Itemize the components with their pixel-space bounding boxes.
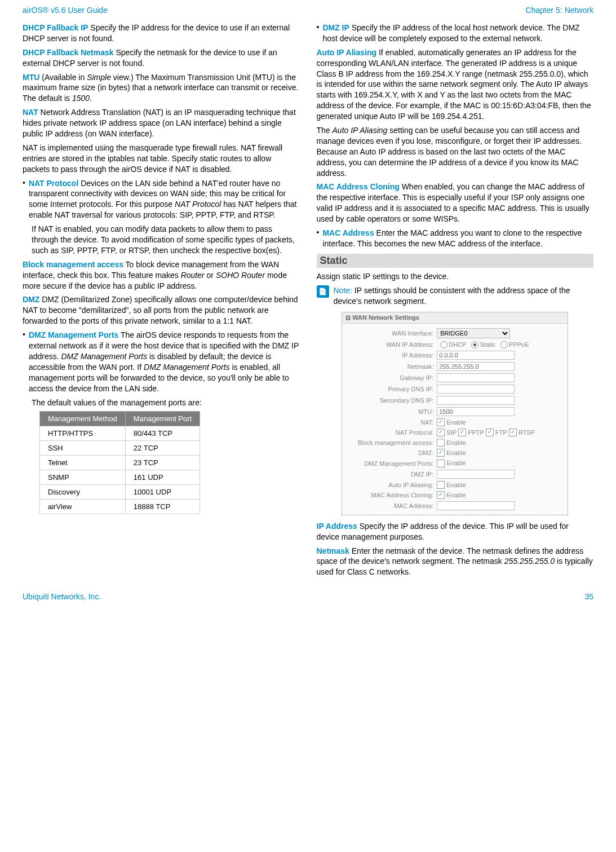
panel-title: WAN Network Settings <box>342 312 568 324</box>
block-mgmt-checkbox[interactable] <box>437 439 445 447</box>
table-row: airView18888 TCP <box>40 500 200 514</box>
table-row: Telnet23 TCP <box>40 456 200 470</box>
nat-note: If NAT is enabled, you can modify data p… <box>32 224 300 256</box>
table-row: SSH22 TCP <box>40 441 200 456</box>
pptp-checkbox[interactable] <box>458 429 466 436</box>
table-row: Discovery10001 UDP <box>40 485 200 500</box>
netmask-input[interactable] <box>437 362 515 371</box>
nat-paragraph-1: NAT Network Address Translation (NAT) is… <box>23 107 300 139</box>
gateway-input[interactable] <box>437 373 515 382</box>
ip-address-paragraph: IP Address Specify the IP address of the… <box>317 521 594 542</box>
wan-interface-select[interactable]: BRIDGE0 <box>437 328 510 338</box>
secondary-dns-input[interactable] <box>437 396 515 405</box>
table-row: SNMP161 UDP <box>40 470 200 485</box>
dmz-mgmt-ports-bullet: • DMZ Management Ports The airOS device … <box>23 330 300 394</box>
footer-right: 35 <box>584 592 593 601</box>
footer-left: Ubiquiti Networks, Inc. <box>23 592 101 601</box>
table-header-port: Management Port <box>125 412 200 426</box>
note-block: 📄 Note: IP settings should be consistent… <box>317 285 594 307</box>
mtu-paragraph: MTU (Available in Simple view.) The Maxi… <box>23 72 300 104</box>
table-row: HTTP/HTTPS80/443 TCP <box>40 426 200 441</box>
dhcp-fallback-ip: DHCP Fallback IP Specify the IP address … <box>23 23 300 44</box>
ftp-checkbox[interactable] <box>486 429 494 436</box>
nat-protocol-bullet: • NAT Protocol Devices on the LAN side b… <box>23 178 300 221</box>
netmask-paragraph: Netmask Enter the netmask of the device.… <box>317 546 594 578</box>
dmz-ports-checkbox[interactable] <box>437 460 445 467</box>
ip-address-input[interactable] <box>437 351 515 360</box>
management-ports-table: Management Method Management Port HTTP/H… <box>39 411 200 514</box>
right-column: • DMZ IP Specify the IP address of the l… <box>317 19 594 581</box>
static-radio[interactable] <box>471 341 478 348</box>
static-paragraph: Assign static IP settings to the device. <box>317 271 594 282</box>
auto-ip-checkbox[interactable] <box>437 481 445 489</box>
pppoe-radio[interactable] <box>500 341 508 348</box>
block-mgmt-access: Block management access To block device … <box>23 259 300 292</box>
primary-dns-input[interactable] <box>437 385 515 394</box>
header-left: airOS® v5.6 User Guide <box>23 6 108 15</box>
dmz-checkbox[interactable] <box>437 449 445 457</box>
dmz-paragraph: DMZ DMZ (Demilitarized Zone) specificall… <box>23 294 300 326</box>
dhcp-fallback-netmask: DHCP Fallback Netmask Specify the netmas… <box>23 47 300 69</box>
rtsp-checkbox[interactable] <box>509 429 517 436</box>
wan-settings-screenshot: WAN Network Settings WAN Interface:BRIDG… <box>342 312 568 515</box>
dmz-ip-input[interactable] <box>437 470 515 479</box>
mtu-input[interactable] <box>437 407 515 416</box>
auto-ip-aliasing-1: Auto IP Aliasing If enabled, automatical… <box>317 47 594 122</box>
mac-address-bullet: • MAC Address Enter the MAC address you … <box>317 228 594 249</box>
dmz-default-text: The default values of the management por… <box>32 398 300 408</box>
header-right: Chapter 5: Network <box>525 6 593 15</box>
nat-paragraph-2: NAT is implemented using the masquerade … <box>23 143 300 175</box>
static-heading: Static <box>317 254 594 268</box>
mac-address-cloning: MAC Address Cloning When enabled, you ca… <box>317 182 594 224</box>
mac-clone-checkbox[interactable] <box>437 491 445 499</box>
dhcp-radio[interactable] <box>440 341 447 348</box>
left-column: DHCP Fallback IP Specify the IP address … <box>23 19 300 581</box>
note-icon: 📄 <box>317 285 329 298</box>
mac-address-input[interactable] <box>437 501 515 510</box>
sip-checkbox[interactable] <box>437 429 445 436</box>
table-header-method: Management Method <box>40 412 126 426</box>
dmz-ip-bullet: • DMZ IP Specify the IP address of the l… <box>317 23 594 44</box>
auto-ip-aliasing-2: The Auto IP Aliasing setting can be usef… <box>317 125 594 178</box>
nat-checkbox[interactable] <box>437 418 445 426</box>
